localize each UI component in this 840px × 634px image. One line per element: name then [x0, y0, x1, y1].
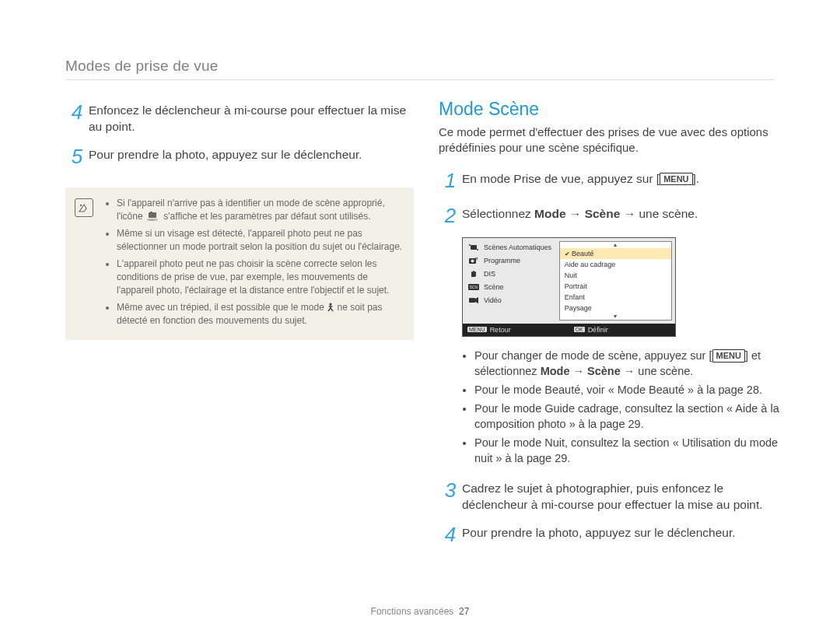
step-text: Pour prendre la photo, appuyez sur le dé…: [89, 143, 414, 163]
note-list: Si l'appareil n'arrive pas à identifier …: [106, 197, 403, 328]
sub-bullet: Pour le mode Nuit, consultez la section …: [474, 435, 787, 466]
camera-mode-item: Vidéo: [467, 296, 556, 305]
right-column: Mode Scène Ce mode permet d'effectuer de…: [439, 99, 787, 556]
breadcrumb: Modes de prise de vue: [65, 58, 775, 75]
left-column: 4 Enfoncez le déclencheur à mi-course po…: [65, 99, 414, 556]
svg-text:SCN: SCN: [470, 285, 478, 289]
step-5-left: 5 Pour prendre la photo, appuyez sur le …: [65, 143, 414, 170]
step-3-right: 3 Cadrez le sujet à photographier, puis …: [439, 477, 787, 513]
hand-icon: [467, 269, 480, 278]
note-box: Si l'appareil n'arrive pas à identifier …: [65, 187, 414, 341]
svg-line-5: [328, 308, 331, 311]
content-columns: 4 Enfoncez le déclencheur à mi-course po…: [65, 99, 775, 556]
camera-screen-illustration: Scènes Automatiques PProgramme DIS SCNSc…: [462, 237, 676, 337]
note-item: Si l'appareil n'arrive pas à identifier …: [117, 197, 403, 224]
menu-key-icon: MENU: [660, 173, 692, 186]
camera-mode-list: Scènes Automatiques PProgramme DIS SCNSc…: [463, 238, 559, 324]
svg-rect-14: [469, 298, 475, 303]
camera-option-list: ▴ Beauté Aide au cadrage Nuit Portrait E…: [559, 241, 672, 321]
step-number: 3: [439, 477, 462, 504]
chevron-down-icon: ▾: [560, 313, 671, 320]
sub-bullet-list: Pour changer de mode de scène, appuyez s…: [439, 348, 787, 466]
svg-rect-0: [149, 212, 156, 218]
manual-page: Modes de prise de vue 4 Enfoncez le décl…: [0, 0, 840, 634]
step-text: Pour prendre la photo, appuyez sur le dé…: [462, 521, 787, 541]
step-number: 5: [65, 143, 89, 170]
camera-mode-item: DIS: [467, 269, 556, 278]
menu-key-icon: MENU: [467, 327, 487, 332]
svg-text:P: P: [475, 257, 478, 261]
camera-screen-body: Scènes Automatiques PProgramme DIS SCNSc…: [463, 238, 675, 324]
footer-page-number: 27: [459, 606, 469, 617]
camera-option: Nuit: [560, 270, 671, 281]
step-text: En mode Prise de vue, appuyez sur [MENU]…: [462, 167, 787, 187]
header-divider: [65, 79, 775, 80]
camera-mode-item: PProgramme: [467, 256, 556, 265]
scene-badge-icon: SCN: [467, 282, 480, 292]
camera-p-icon: P: [467, 256, 480, 265]
svg-text:SMART: SMART: [147, 218, 158, 221]
camera-back-hint: MENURetour: [463, 324, 569, 336]
camera-option: Aide au cadrage: [560, 259, 671, 270]
camera-ok-hint: OKDéfinir: [569, 324, 676, 336]
sub-bullet: Pour changer de mode de scène, appuyez s…: [474, 348, 787, 379]
smart-scene-icon: SMART: [145, 212, 161, 221]
sparkle-icon: [467, 243, 480, 252]
step-text: Cadrez le sujet à photographier, puis en…: [462, 477, 787, 513]
note-item: Même avec un trépied, il est possible qu…: [117, 301, 403, 328]
step-4-right: 4 Pour prendre la photo, appuyez sur le …: [439, 521, 787, 548]
camera-bottom-bar: MENURetour OKDéfinir: [463, 324, 675, 336]
camera-mode-item: Scènes Automatiques: [467, 243, 556, 252]
sub-bullet: Pour le mode Guide cadrage, consultez la…: [474, 401, 787, 432]
step-text: Enfoncez le déclencheur à mi-course pour…: [89, 99, 414, 135]
step-number: 2: [439, 202, 462, 229]
camera-option: Paysage: [560, 303, 671, 313]
note-badge-icon: [75, 198, 93, 217]
video-cam-icon: [467, 296, 480, 305]
page-footer: Fonctions avancées 27: [0, 606, 840, 617]
camera-option: Enfant: [560, 292, 671, 303]
step-number: 1: [439, 167, 462, 194]
svg-rect-8: [471, 245, 477, 250]
camera-mode-item: SCNScène: [467, 282, 556, 292]
chevron-up-icon: ▴: [560, 242, 671, 248]
section-intro: Ce mode permet d'effectuer des prises de…: [439, 124, 787, 156]
note-item: L'appareil photo peut ne pas choisir la …: [117, 257, 403, 298]
note-item: Même si un visage est détecté, l'apparei…: [117, 227, 403, 254]
section-heading: Mode Scène: [439, 99, 787, 120]
tripod-person-icon: [327, 303, 334, 312]
ok-key-icon: OK: [574, 327, 585, 332]
sub-bullet: Pour le mode Beauté, voir « Mode Beauté …: [474, 382, 787, 398]
footer-section: Fonctions avancées: [371, 606, 454, 617]
step-1-right: 1 En mode Prise de vue, appuyez sur [MEN…: [439, 167, 787, 194]
camera-option-selected: Beauté: [560, 248, 671, 259]
step-text: Sélectionnez Mode → Scène → une scène.: [462, 202, 787, 222]
menu-key-icon: MENU: [712, 349, 745, 363]
camera-option: Portrait: [560, 281, 671, 292]
step-4-left: 4 Enfoncez le déclencheur à mi-course po…: [65, 99, 414, 135]
svg-point-3: [330, 303, 332, 305]
svg-line-6: [331, 308, 333, 311]
step-number: 4: [65, 99, 89, 126]
svg-rect-1: [150, 212, 152, 213]
step-number: 4: [439, 521, 462, 548]
step-2-right: 2 Sélectionnez Mode → Scène → une scène.: [439, 202, 787, 229]
svg-point-10: [471, 259, 474, 262]
